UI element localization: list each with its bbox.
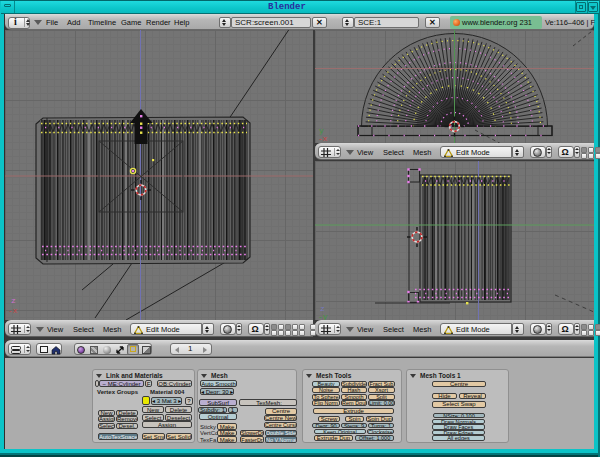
svg-text:-x: -x — [8, 306, 18, 315]
svg-text:z: z — [11, 296, 16, 305]
svg-text:-x: -x — [318, 134, 328, 143]
svg-text:-y: -y — [318, 312, 328, 320]
